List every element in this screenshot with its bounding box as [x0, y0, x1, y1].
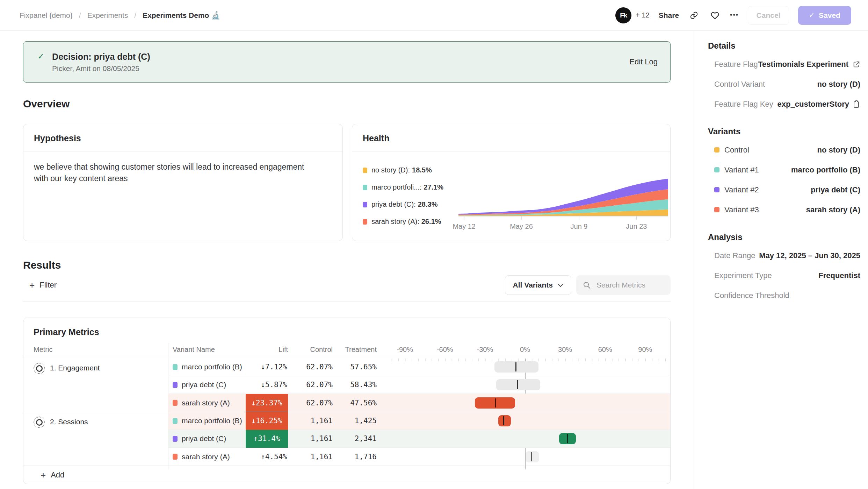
- avatar[interactable]: Fk: [615, 7, 631, 23]
- legend-item: marco portfoli...: 27.1%: [363, 183, 458, 191]
- legend-item: no story (D): 18.5%: [363, 166, 458, 174]
- ci-bar: [498, 415, 511, 426]
- variants-dropdown[interactable]: All Variants: [505, 275, 571, 295]
- treatment-value: 57.65%: [333, 363, 377, 371]
- cancel-button[interactable]: Cancel: [748, 6, 789, 25]
- table-row: priya debt (C) ↑31.4% 1,161 2,341: [168, 430, 671, 448]
- control-value: 62.07%: [288, 363, 333, 371]
- top-actions: Fk + 12 Share ••• Cancel ✓ Saved: [615, 6, 851, 25]
- variant-color-chip: [714, 207, 719, 212]
- variant-name: sarah story (A): [182, 453, 230, 461]
- axis-tick-label: -90%: [397, 346, 413, 354]
- treatment-value: 1,716: [333, 453, 377, 461]
- legend-color-chip: [363, 202, 367, 207]
- filter-label: Filter: [39, 281, 57, 290]
- link-icon[interactable]: [688, 9, 700, 21]
- metric-target-icon: [34, 417, 45, 428]
- sidebar-value: marco portfolio (B): [791, 165, 860, 175]
- lift-value: ↓16.25%: [246, 412, 288, 430]
- lift-value: ↓5.87%: [246, 376, 288, 394]
- axis-tick-label: 90%: [638, 346, 652, 354]
- plus-icon: +: [41, 472, 46, 479]
- breadcrumb-current[interactable]: Experiments Demo 🔬: [143, 11, 220, 20]
- search-box: [576, 275, 671, 295]
- add-filter-button[interactable]: + Filter: [23, 278, 60, 292]
- variant-name: marco portfolio (B): [182, 363, 242, 371]
- legend-color-chip: [363, 185, 367, 190]
- breadcrumb-separator: /: [134, 11, 136, 20]
- health-legend: no story (D): 18.5% marco portfoli...: 2…: [363, 151, 458, 232]
- confidence-interval-cell: [388, 448, 671, 466]
- decision-subtitle: Picker, Amit on 08/05/2025: [52, 64, 150, 73]
- legend-label: priya debt (C):: [371, 200, 416, 208]
- health-chart: May 12May 26Jun 9Jun 23: [458, 175, 668, 232]
- variant-cell: sarah story (A): [168, 453, 246, 461]
- legend-value: 18.5%: [412, 166, 432, 174]
- variant-cell: priya debt (C): [168, 434, 246, 443]
- sidebar-value: no story (D): [817, 146, 860, 155]
- table-row: marco portfolio (B) ↓7.12% 62.07% 57.65%: [168, 358, 671, 376]
- divider: [23, 301, 671, 302]
- favorite-heart-icon[interactable]: [709, 9, 721, 21]
- ci-bar: [526, 451, 539, 462]
- metric-group: 2. Sessions marco portfolio (B) ↓16.25% …: [23, 412, 670, 466]
- variant-color-chip: [714, 167, 719, 172]
- sidebar-row: Confidence Threshold: [708, 285, 860, 305]
- sidebar-row: Controlno story (D): [708, 140, 860, 160]
- metric-cell: 1. Engagement: [23, 358, 168, 412]
- add-metric-button[interactable]: + Add: [41, 470, 64, 480]
- breadcrumb: Fixpanel {demo} / Experiments / Experime…: [20, 11, 220, 20]
- share-button[interactable]: Share: [659, 11, 679, 20]
- col-metric: Metric: [23, 346, 168, 358]
- variant-cell: sarah story (A): [168, 399, 246, 407]
- control-value: 1,161: [288, 434, 333, 443]
- details-heading: Details: [708, 41, 860, 51]
- sidebar-value: sarah story (A): [806, 205, 860, 214]
- search-metrics-input[interactable]: [596, 281, 666, 290]
- health-title: Health: [352, 124, 670, 151]
- ci-bar: [496, 379, 540, 390]
- legend-label: marco portfoli...:: [371, 183, 421, 191]
- saved-button[interactable]: ✓ Saved: [798, 6, 851, 25]
- variant-name: priya debt (C): [182, 434, 226, 443]
- sidebar-value[interactable]: exp_customerStory: [777, 100, 849, 109]
- analysis-heading: Analysis: [708, 232, 860, 242]
- sidebar-value: no story (D): [817, 80, 860, 89]
- legend-color-chip: [363, 219, 367, 225]
- sidebar-label: Control: [724, 146, 749, 155]
- decision-banner: ✓ Decision: priya debt (C) Picker, Amit …: [23, 41, 671, 83]
- more-menu-button[interactable]: •••: [730, 12, 739, 19]
- table-row: marco portfolio (B) ↓16.25% 1,161 1,425: [168, 412, 671, 430]
- plus-icon: +: [29, 282, 35, 289]
- add-label: Add: [51, 470, 64, 480]
- external-link-icon[interactable]: [853, 61, 860, 68]
- sidebar-row: Control Variantno story (D): [708, 74, 860, 94]
- legend-color-chip: [363, 168, 367, 173]
- variant-color-chip: [714, 187, 719, 192]
- legend-value: 26.1%: [421, 218, 441, 226]
- confidence-interval-cell: [388, 376, 671, 394]
- axis-tick-label: -60%: [437, 346, 453, 354]
- treatment-value: 1,425: [333, 417, 377, 425]
- lift-tick: [531, 452, 532, 461]
- breadcrumb-project[interactable]: Fixpanel {demo}: [20, 11, 73, 20]
- sidebar-label: Variant #1: [724, 165, 759, 175]
- confidence-interval-cell: [388, 412, 671, 430]
- copy-icon[interactable]: [853, 100, 860, 108]
- sidebar-row: Variant #3sarah story (A): [708, 200, 860, 220]
- variant-name: priya debt (C): [182, 381, 226, 389]
- lift-value: ↑31.4%: [246, 430, 288, 448]
- primary-metrics-card: Primary Metrics Metric Variant Name Lift…: [23, 318, 671, 484]
- sidebar-value[interactable]: Testimonials Experiment: [758, 60, 848, 69]
- lift-value: ↓23.37%: [246, 394, 288, 412]
- treatment-value: 2,341: [333, 434, 377, 443]
- svg-text:Jun 9: Jun 9: [571, 222, 588, 230]
- lift-value: ↑4.54%: [246, 448, 288, 466]
- edit-log-button[interactable]: Edit Log: [629, 57, 658, 66]
- svg-text:May 12: May 12: [453, 222, 476, 230]
- sidebar-label: Control Variant: [714, 80, 765, 89]
- variant-cell: marco portfolio (B): [168, 417, 246, 425]
- variant-color-chip: [173, 364, 178, 370]
- breadcrumb-experiments[interactable]: Experiments: [87, 11, 128, 20]
- collaborator-count: + 12: [636, 11, 649, 19]
